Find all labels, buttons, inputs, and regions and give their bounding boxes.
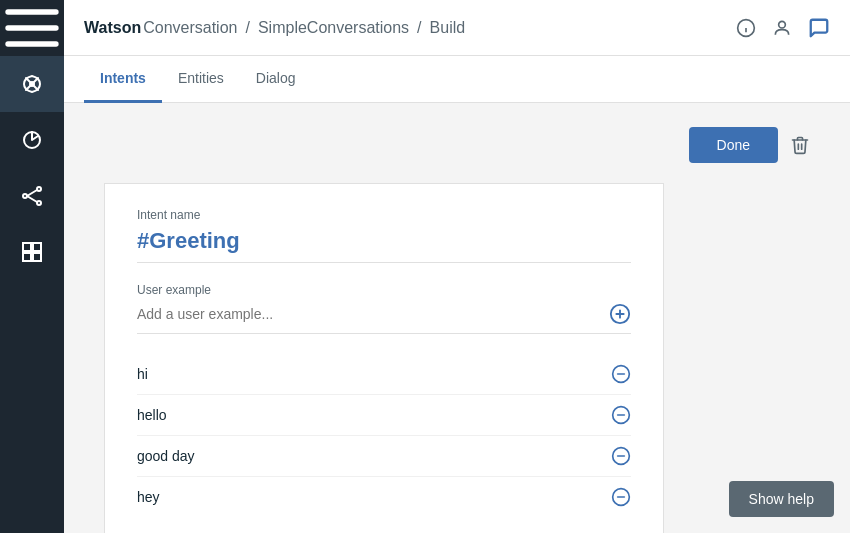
workspace-name[interactable]: SimpleConversations (258, 19, 409, 37)
user-icon[interactable] (772, 18, 792, 38)
example-item: hey (137, 477, 631, 517)
example-text: good day (137, 448, 601, 464)
add-example-button[interactable] (609, 303, 631, 325)
action-row: Done (104, 127, 810, 163)
remove-example-button[interactable] (611, 364, 631, 384)
product-name: Conversation (143, 19, 237, 37)
svg-line-11 (27, 196, 37, 202)
example-item: hello (137, 395, 631, 436)
header-actions (736, 17, 830, 39)
main-area: Watson Conversation / SimpleConversation… (64, 0, 850, 533)
svg-rect-14 (23, 253, 31, 261)
breadcrumb: Watson Conversation / SimpleConversation… (84, 19, 465, 37)
svg-rect-13 (33, 243, 41, 251)
sep2: / (417, 19, 421, 37)
svg-line-10 (27, 190, 37, 196)
example-text: hey (137, 489, 601, 505)
example-text: hi (137, 366, 601, 382)
delete-button[interactable] (790, 135, 810, 155)
menu-button[interactable] (0, 0, 64, 56)
sidebar-item-analytics[interactable] (0, 112, 64, 168)
done-button[interactable]: Done (689, 127, 778, 163)
info-icon[interactable] (736, 18, 756, 38)
page-name: Build (430, 19, 466, 37)
example-item: good day (137, 436, 631, 477)
examples-list: hihellogood dayhey (137, 354, 631, 517)
show-help-button[interactable]: Show help (729, 481, 834, 517)
remove-example-button[interactable] (611, 405, 631, 425)
intent-name-label: Intent name (137, 208, 631, 222)
sidebar (0, 0, 64, 533)
tabs: Intents Entities Dialog (64, 56, 850, 103)
intent-name-value: #Greeting (137, 228, 631, 263)
tab-dialog[interactable]: Dialog (240, 56, 312, 103)
user-example-input[interactable] (137, 306, 601, 322)
tab-intents[interactable]: Intents (84, 56, 162, 103)
user-example-row (137, 303, 631, 334)
svg-rect-15 (33, 253, 41, 261)
remove-example-button[interactable] (611, 446, 631, 466)
tab-entities[interactable]: Entities (162, 56, 240, 103)
brand-name: Watson (84, 19, 141, 37)
trash-icon (790, 135, 810, 155)
chat-icon[interactable] (808, 17, 830, 39)
sep1: / (245, 19, 249, 37)
sidebar-item-graph[interactable] (0, 168, 64, 224)
remove-example-button[interactable] (611, 487, 631, 507)
header: Watson Conversation / SimpleConversation… (64, 0, 850, 56)
intent-card: Intent name #Greeting User example hihel… (104, 183, 664, 533)
user-example-label: User example (137, 283, 631, 297)
example-text: hello (137, 407, 601, 423)
svg-rect-12 (23, 243, 31, 251)
example-item: hi (137, 354, 631, 395)
content-area: Done Intent name #Greeting User example (64, 103, 850, 533)
sidebar-item-tools[interactable] (0, 56, 64, 112)
sidebar-item-grid[interactable] (0, 224, 64, 280)
svg-point-19 (779, 21, 786, 28)
